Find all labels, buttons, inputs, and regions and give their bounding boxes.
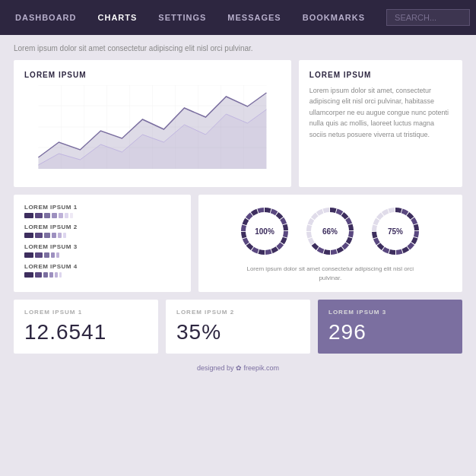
bar-segment-1-0 <box>24 233 33 238</box>
donut-caption: Lorem ipsum dolor sit amet consectetur a… <box>239 265 421 283</box>
stat-value-1: 35% <box>176 320 300 344</box>
area-chart: 10 15 20 25 30 35 40 45 50 55 60 <box>24 85 281 176</box>
bar-segment-2-0 <box>24 252 33 258</box>
bar-segment-1-5 <box>63 233 66 238</box>
mid-row: LOREM IPSUM 1LOREM IPSUM 2LOREM IPSUM 3L… <box>14 195 462 292</box>
bar-label-0: LOREM IPSUM 1 <box>24 204 180 211</box>
bar-segment-1-4 <box>58 233 62 238</box>
bar-track-0 <box>24 213 180 218</box>
main-nav: DASHBOARD CHARTS SETTINGS MESSAGES BOOKM… <box>0 0 476 35</box>
footer-highlight: ✿ freepik.com <box>236 364 279 372</box>
nav-bookmarks[interactable]: BOOKMARKS <box>303 13 365 22</box>
bar-segment-3-5 <box>59 272 62 278</box>
bar-label-1: LOREM IPSUM 2 <box>24 224 180 230</box>
bar-segment-2-1 <box>35 252 43 258</box>
donuts-card: 100%66%75% Lorem ipsum dolor sit amet co… <box>198 195 462 292</box>
bar-segment-2-3 <box>51 252 55 258</box>
bar-segment-0-5 <box>65 213 68 218</box>
bar-item-0: LOREM IPSUM 1 <box>24 204 180 218</box>
text-card-title: LOREM IPSUM <box>309 71 452 79</box>
area-chart-card: LOREM IPSUM <box>14 60 291 187</box>
bar-segment-3-3 <box>49 272 53 278</box>
stat-label-1: LOREM IPSUM 2 <box>176 309 300 316</box>
nav-dashboard[interactable]: DASHBOARD <box>15 13 77 22</box>
area-chart-svg: 10 15 20 25 30 35 40 45 50 55 60 <box>24 85 281 169</box>
bar-segment-1-3 <box>52 233 56 238</box>
bar-label-2: LOREM IPSUM 3 <box>24 243 180 250</box>
bar-track-2 <box>24 252 180 258</box>
stat-card-1: LOREM IPSUM 235% <box>166 300 310 354</box>
donut-1: 66% <box>303 204 357 259</box>
stat-label-0: LOREM IPSUM 1 <box>24 309 148 316</box>
bar-segment-3-4 <box>55 272 58 278</box>
donut-svg-2: 75% <box>368 204 423 259</box>
donuts-row: 100%66%75% <box>237 204 423 259</box>
bar-track-1 <box>24 233 180 238</box>
footer-text: designed by <box>197 364 234 372</box>
bar-segment-1-2 <box>44 233 50 238</box>
stat-value-2: 296 <box>328 320 452 344</box>
donut-svg-0: 100% <box>237 204 292 259</box>
text-card-body: Lorem ipsum dolor sit amet, consectetur … <box>309 85 452 140</box>
bar-segment-0-3 <box>52 213 57 218</box>
bar-segment-3-2 <box>43 272 48 278</box>
bar-track-3 <box>24 272 180 278</box>
bar-segment-3-1 <box>35 272 42 278</box>
bar-segment-0-4 <box>59 213 63 218</box>
bar-item-1: LOREM IPSUM 2 <box>24 224 180 238</box>
svg-text:66%: 66% <box>322 227 338 236</box>
bar-item-3: LOREM IPSUM 4 <box>24 263 180 278</box>
bar-segment-3-0 <box>24 272 33 278</box>
bar-segment-0-6 <box>70 213 73 218</box>
area-chart-title: LOREM IPSUM <box>24 71 281 79</box>
bar-item-2: LOREM IPSUM 3 <box>24 243 180 258</box>
nav-settings[interactable]: SETTINGS <box>158 13 206 22</box>
donut-0: 100% <box>237 204 292 259</box>
svg-text:75%: 75% <box>388 227 403 236</box>
svg-text:100%: 100% <box>255 227 275 236</box>
bar-label-3: LOREM IPSUM 4 <box>24 263 180 270</box>
footer: designed by ✿ freepik.com <box>14 361 462 375</box>
search-input[interactable] <box>386 9 470 26</box>
bar-segment-1-1 <box>35 233 43 238</box>
stat-card-2: LOREM IPSUM 3296 <box>318 300 462 354</box>
bar-segment-2-2 <box>44 252 49 258</box>
nav-charts[interactable]: CHARTS <box>98 13 138 22</box>
bottom-row: LOREM IPSUM 112.6541LOREM IPSUM 235%LORE… <box>14 300 462 354</box>
nav-messages[interactable]: MESSAGES <box>227 13 281 22</box>
top-row: LOREM IPSUM <box>14 60 462 187</box>
bars-card: LOREM IPSUM 1LOREM IPSUM 2LOREM IPSUM 3L… <box>14 195 191 292</box>
donut-2: 75% <box>368 204 423 259</box>
bar-segment-0-0 <box>24 213 33 218</box>
bar-segment-0-2 <box>44 213 50 218</box>
donut-svg-1: 66% <box>303 204 357 259</box>
text-card: LOREM IPSUM Lorem ipsum dolor sit amet, … <box>299 60 462 187</box>
stat-label-2: LOREM IPSUM 3 <box>328 309 452 316</box>
bar-segment-0-1 <box>35 213 43 218</box>
page-content: Lorem ipsum dolor sit amet consectetur a… <box>0 35 476 384</box>
stat-card-0: LOREM IPSUM 112.6541 <box>14 300 158 354</box>
bar-segment-2-4 <box>56 252 59 258</box>
page-subtitle: Lorem ipsum dolor sit amet consectetur a… <box>14 44 462 52</box>
stat-value-0: 12.6541 <box>24 320 148 344</box>
